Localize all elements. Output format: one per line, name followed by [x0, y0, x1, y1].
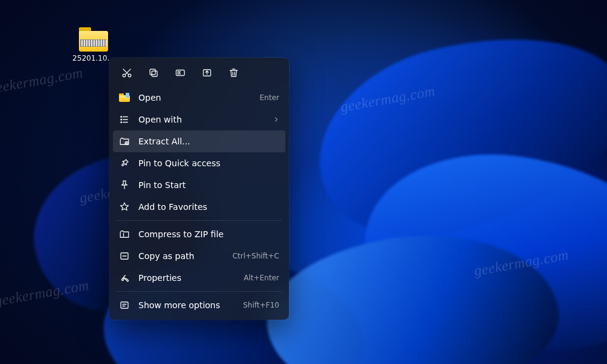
menu-item-extract-all[interactable]: Extract All... — [113, 130, 285, 152]
menu-item-copy-as-path[interactable]: Copy as path Ctrl+Shift+C — [113, 245, 285, 267]
context-menu: Open Enter Open with Extract All... Pin … — [109, 58, 289, 320]
svg-point-8 — [121, 122, 122, 123]
svg-rect-4 — [176, 70, 185, 76]
menu-item-label: Open — [138, 93, 253, 103]
list-icon — [119, 114, 130, 125]
cut-icon[interactable] — [115, 62, 138, 83]
menu-item-accel: Enter — [260, 93, 279, 102]
menu-item-label: Open with — [138, 115, 268, 124]
svg-rect-2 — [152, 71, 157, 76]
chevron-right-icon — [273, 115, 279, 124]
pin-icon — [119, 158, 130, 169]
menu-item-label: Compress to ZIP file — [138, 229, 279, 239]
menu-separator — [117, 291, 282, 292]
svg-point-6 — [121, 116, 122, 118]
folder-open-icon — [119, 92, 130, 103]
zip-folder-icon — [79, 27, 108, 52]
svg-point-11 — [122, 279, 124, 281]
svg-point-7 — [121, 119, 122, 120]
extract-icon — [119, 136, 130, 147]
menu-separator — [117, 220, 282, 221]
svg-rect-3 — [150, 69, 155, 75]
svg-rect-12 — [121, 302, 128, 309]
star-icon — [119, 201, 130, 212]
menu-item-compress-zip[interactable]: Compress to ZIP file — [113, 223, 285, 245]
menu-item-accel: Alt+Enter — [243, 274, 279, 282]
path-icon — [119, 251, 130, 261]
menu-item-label: Show more options — [138, 300, 236, 310]
menu-item-add-favorites[interactable]: Add to Favorites — [113, 196, 285, 218]
wrench-icon — [119, 272, 130, 283]
menu-item-label: Properties — [138, 273, 236, 283]
context-menu-icon-row — [113, 61, 285, 87]
desktop-file-zip[interactable]: 25201.10… — [67, 27, 120, 62]
menu-item-open[interactable]: Open Enter — [113, 87, 285, 109]
delete-icon[interactable] — [222, 62, 245, 83]
copy-icon[interactable] — [142, 62, 165, 83]
share-icon[interactable] — [195, 62, 219, 83]
menu-item-label: Pin to Start — [138, 180, 279, 190]
menu-item-properties[interactable]: Properties Alt+Enter — [113, 267, 285, 289]
menu-item-label: Copy as path — [138, 251, 225, 261]
menu-item-open-with[interactable]: Open with — [113, 109, 285, 130]
menu-item-label: Add to Favorites — [138, 202, 279, 212]
rename-icon[interactable] — [169, 62, 192, 83]
menu-item-accel: Shift+F10 — [243, 301, 279, 309]
menu-item-show-more-options[interactable]: Show more options Shift+F10 — [113, 294, 285, 316]
pin-outline-icon — [119, 180, 130, 190]
menu-item-accel: Ctrl+Shift+C — [232, 252, 279, 260]
archive-icon — [119, 229, 130, 240]
menu-item-pin-start[interactable]: Pin to Start — [113, 174, 285, 196]
menu-item-label: Pin to Quick access — [138, 158, 279, 168]
menu-item-label: Extract All... — [138, 136, 279, 146]
more-icon — [119, 300, 130, 311]
menu-item-pin-quick-access[interactable]: Pin to Quick access — [113, 152, 285, 174]
